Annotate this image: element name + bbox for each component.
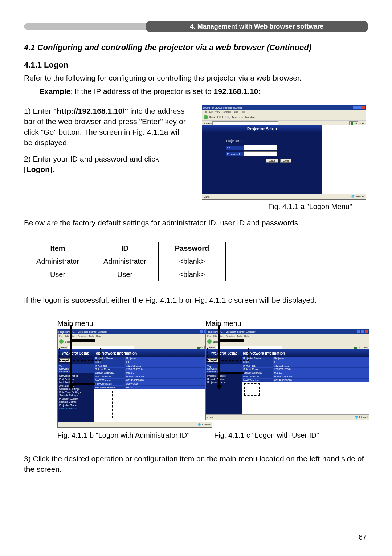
menu-file[interactable]: File [59,335,63,337]
ie-menubar[interactable]: File Edit View Favorites Tools Help [206,334,369,338]
page-title: Top:Network Information [94,349,212,357]
example-rest: : If the IP address of the projector is … [70,87,213,95]
menu-help[interactable]: Help [96,335,101,337]
th-password: Password [159,242,226,255]
section-title: 4.1 Configuring and controlling the proj… [24,43,311,52]
info-key: Subnet Mask [242,368,273,371]
sidebar-group[interactable]: Top: Network Information [206,364,242,373]
menu-favorites[interactable]: Favorites [222,111,231,113]
menu-tools[interactable]: Tools [237,335,242,337]
menu-file[interactable]: File [207,335,211,337]
main-menu-label-c: Main menu [205,319,241,328]
menu-file[interactable]: File [204,111,207,113]
sidebar-item[interactable]: Network Restart [58,407,94,410]
maximize-icon[interactable] [357,106,361,109]
links-label[interactable]: Links [363,347,368,349]
sidebar-item[interactable]: Projector Status [58,404,94,407]
cell: Administrator [91,255,159,268]
success-text: If the logon is successful, either the F… [24,295,368,305]
sidebar-item[interactable]: Port Settings [58,377,94,381]
search-label[interactable]: Search [232,116,240,119]
step2-a: 2) Enter your ID and password and click [24,155,159,163]
sidebar-group[interactable]: Top: Network Information [58,364,94,373]
ie-titlebar: Projector Set... - Microsoft Internet Ex… [58,329,212,334]
menu-help[interactable]: Help [241,111,245,113]
callout-box [97,391,113,418]
id-input[interactable] [244,145,277,150]
ie-title: Logon - Microsoft Internet Explorer [203,106,242,109]
password-input[interactable] [244,151,277,156]
info-val: 192.168.1.10 [273,364,369,368]
info-key: MAC Wireless [94,379,125,382]
main-menu-label-b: Main menu [57,319,93,328]
info-key: MAC Wireless [242,379,273,382]
back-label[interactable]: Back [65,340,71,343]
menu-view[interactable]: View [219,335,224,337]
sidebar-item[interactable]: Security Settings [58,394,94,397]
back-icon[interactable] [204,115,208,119]
info-key: IP Address [94,364,125,368]
back-icon[interactable] [59,339,64,344]
menu-tools[interactable]: Tools [233,111,238,113]
close-icon[interactable] [361,106,365,109]
close-icon[interactable] [365,330,368,333]
step-3: 3) Click the desired operation or config… [24,454,368,475]
go-label: Go [354,122,357,124]
back-label[interactable]: Back [213,340,219,343]
header-title: 4. Management with Web browser software [146,21,368,32]
header-bar: 4. Management with Web browser software [24,21,368,32]
sidebar-item[interactable]: Network Settings [58,374,94,377]
status-zone: 🌐 Internet [351,195,364,198]
menu-edit[interactable]: Edit [213,335,217,337]
ie-menubar[interactable]: File Edit View Favorites Tools Help [202,110,366,114]
sidebar-item[interactable]: Date/Time Settings [58,391,94,394]
main-menu-sidebar: Logoff Top: Network Information Network … [58,357,94,422]
logon-button[interactable]: Logon [266,159,278,163]
info-val: 255.255.255.0 [273,368,369,371]
menu-tools[interactable]: Tools [89,335,94,337]
sidebar-item[interactable]: Mail Settings [58,381,94,384]
sidebar-item[interactable]: Alert Settings [58,384,94,387]
logon-form: ID: Password: Logon Clear [226,145,322,163]
sidebar-item[interactable]: Schedule Settings [58,387,94,391]
minimize-icon[interactable] [353,106,357,109]
sidebar-item[interactable]: Projector Control [58,397,94,400]
menu-help[interactable]: Help [244,335,249,337]
info-val: Projector-1 [125,357,212,360]
menu-edit[interactable]: Edit [209,111,213,113]
sidebar-item[interactable]: Remote Control [206,377,242,381]
window-buttons [353,106,365,109]
ie-title: Projector Set... - Microsoft Internet Ex… [58,331,107,333]
info-panel: Projector NameProjector-1 DHCPOFF IP Add… [242,357,369,415]
th-item: Item [24,242,91,255]
menu-view[interactable]: View [215,111,220,113]
figure-logon-menu: Logon - Microsoft Internet Explorer File… [202,105,366,200]
minimize-icon[interactable] [357,330,360,333]
maximize-icon[interactable] [361,330,364,333]
clear-button[interactable]: Clear [280,159,291,163]
info-key: MAC Ethernet [242,375,273,379]
sidebar-item[interactable]: Projector Control [206,374,242,377]
links-label[interactable]: Links [359,122,364,124]
back-label[interactable]: Back [209,116,215,119]
favorites-label[interactable]: Favorites [245,116,255,119]
info-key: Subnet Mask [94,368,125,371]
password-label: Password: [226,152,244,156]
caption-figure-c: Fig. 4.1.1 c "Logon with User ID" [214,431,319,440]
ie-statusbar: 🌐 Internet [58,422,212,427]
caption-figure-a: Fig. 4.1.1 a "Logon Menu" [268,203,352,211]
th-id: ID [91,242,159,255]
sidebar-item[interactable]: Projector Status [206,381,242,384]
info-val: Projector-1 [273,357,369,360]
step2-b: . [52,165,54,173]
menu-edit[interactable]: Edit [65,335,69,337]
ie-menubar[interactable]: File Edit View Favorites Tools Help [58,334,212,338]
ie-titlebar: Logon - Microsoft Internet Explorer [202,105,366,110]
menu-favorites[interactable]: Favorites [226,335,235,337]
back-icon[interactable] [207,339,212,344]
menu-view[interactable]: View [71,335,75,337]
menu-favorites[interactable]: Favorites [78,335,87,337]
sidebar-item[interactable]: Remote Control [58,400,94,404]
minimize-icon[interactable] [200,330,203,333]
info-val: OFF [125,360,212,364]
